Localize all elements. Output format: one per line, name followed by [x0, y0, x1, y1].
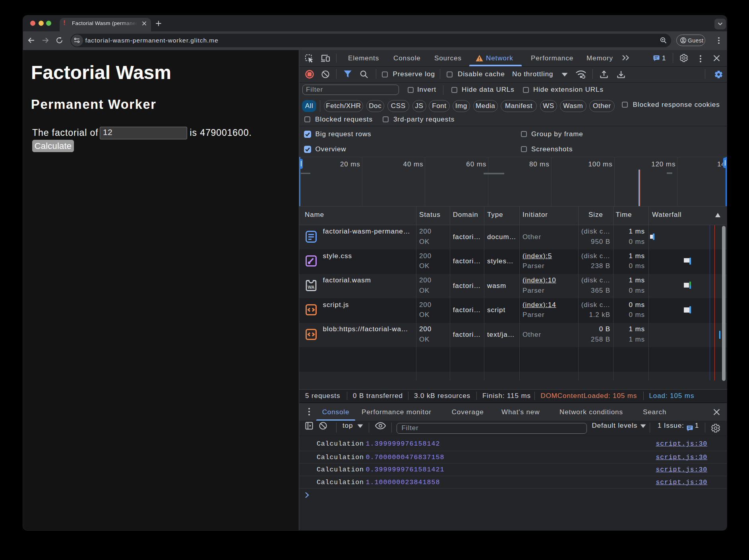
svg-text:WA: WA: [308, 285, 315, 290]
